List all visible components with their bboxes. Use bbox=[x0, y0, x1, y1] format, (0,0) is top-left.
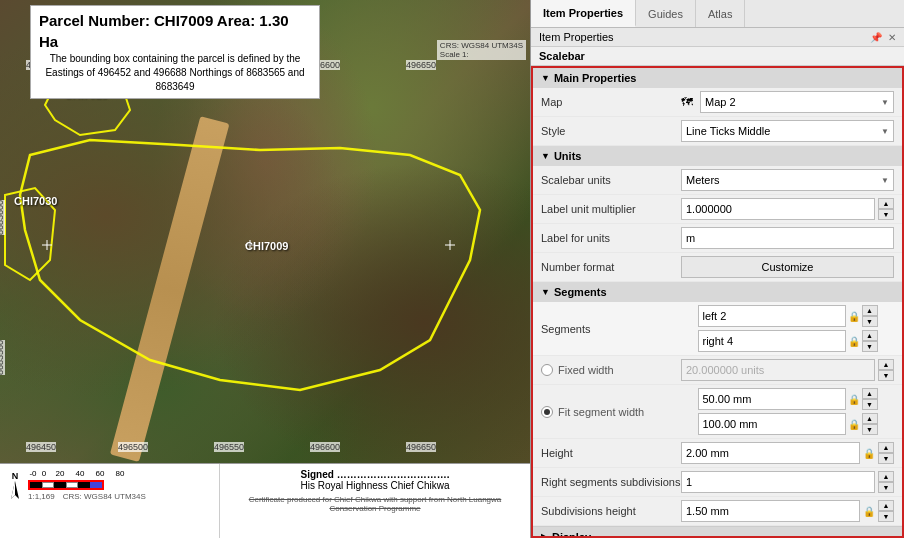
scalebar-units-label: Scalebar units bbox=[541, 174, 681, 186]
coord-bottom-2: 496500 bbox=[118, 442, 148, 452]
right-segments-input[interactable] bbox=[681, 471, 875, 493]
fixed-width-input[interactable] bbox=[681, 359, 875, 381]
right-segments-spin: ▲ ▼ bbox=[878, 471, 894, 493]
subdivisions-height-control: 🔒 ▲ ▼ bbox=[681, 500, 894, 522]
prop-map: Map 🗺 Map 2 ▼ bbox=[533, 88, 902, 117]
fit-down1[interactable]: ▼ bbox=[862, 399, 878, 410]
panel-close-icon[interactable]: ✕ bbox=[888, 32, 896, 43]
segments-left-row: 🔒 ▲ ▼ bbox=[698, 305, 878, 327]
prop-height: Height 🔒 ▲ ▼ bbox=[533, 439, 902, 468]
height-down[interactable]: ▼ bbox=[878, 453, 894, 464]
scalebar-units-dropdown[interactable]: Meters ▼ bbox=[681, 169, 894, 191]
coord-bottom-3: 496550 bbox=[214, 442, 244, 452]
section-main-label: Main Properties bbox=[554, 72, 637, 84]
fit-segment-left: Fit segment width bbox=[541, 406, 681, 418]
right-segments-control: ▲ ▼ bbox=[681, 471, 894, 493]
chi7009-label: CHI7009 bbox=[245, 240, 288, 252]
style-control: Line Ticks Middle ▼ bbox=[681, 120, 894, 142]
segments-left-up[interactable]: ▲ bbox=[862, 305, 878, 316]
fit-down2[interactable]: ▼ bbox=[862, 424, 878, 435]
segments-right-down[interactable]: ▼ bbox=[862, 341, 878, 352]
prop-label-units: Label for units bbox=[533, 224, 902, 253]
number-format-control: Customize bbox=[681, 256, 894, 278]
panel-pin-icon[interactable]: 📌 bbox=[870, 32, 882, 43]
right-segments-label: Right segments subdivisions bbox=[541, 476, 681, 488]
fit-segment-input2[interactable] bbox=[698, 413, 846, 435]
prop-number-format: Number format Customize bbox=[533, 253, 902, 282]
label-multiplier-up[interactable]: ▲ bbox=[878, 198, 894, 209]
number-format-label: Number format bbox=[541, 261, 681, 273]
height-lock: 🔒 bbox=[863, 448, 875, 459]
scalebar-section-label: Scalebar bbox=[531, 47, 904, 66]
prop-label-multiplier: Label unit multiplier ▲ ▼ bbox=[533, 195, 902, 224]
segments-control: 🔒 ▲ ▼ 🔒 ▲ ▼ bbox=[681, 305, 894, 352]
height-input[interactable] bbox=[681, 442, 860, 464]
section-main-properties[interactable]: ▼ Main Properties bbox=[533, 68, 902, 88]
fit-segment-input1[interactable] bbox=[698, 388, 846, 410]
section-display[interactable]: ▶ Display bbox=[533, 526, 902, 538]
prop-right-segments: Right segments subdivisions ▲ ▼ bbox=[533, 468, 902, 497]
fixed-width-control: ▲ ▼ bbox=[681, 359, 894, 381]
segments-right-input[interactable] bbox=[698, 330, 846, 352]
segments-left-down[interactable]: ▼ bbox=[862, 316, 878, 327]
scalebar-units-arrow: ▼ bbox=[881, 176, 889, 185]
parcel-title: Parcel Number: CHI7009 Area: 1.30 Ha bbox=[39, 10, 311, 52]
crs-top: CRS: WGS84 UTM34S Scale 1: bbox=[437, 40, 526, 60]
coord-left-2: 8683600 bbox=[0, 200, 5, 235]
map-info-box: Parcel Number: CHI7009 Area: 1.30 Ha The… bbox=[30, 5, 320, 99]
map-panel: 496450 496500 496550 496600 496650 49645… bbox=[0, 0, 530, 538]
style-dropdown-arrow: ▼ bbox=[881, 127, 889, 136]
scalebar-bar bbox=[28, 480, 104, 490]
right-panel: Item Properties Guides Atlas Item Proper… bbox=[530, 0, 904, 538]
segments-right-up[interactable]: ▲ bbox=[862, 330, 878, 341]
segments-right-lock: 🔒 bbox=[848, 336, 860, 347]
fixed-width-radio[interactable] bbox=[541, 364, 553, 376]
right-segments-up[interactable]: ▲ bbox=[878, 471, 894, 482]
label-multiplier-input[interactable] bbox=[681, 198, 875, 220]
fixed-width-down[interactable]: ▼ bbox=[878, 370, 894, 381]
bottom-strip: N -0 0 20 40 60 80 bbox=[0, 463, 530, 538]
height-up[interactable]: ▲ bbox=[878, 442, 894, 453]
tab-item-properties[interactable]: Item Properties bbox=[531, 0, 636, 27]
north-arrow: N bbox=[8, 471, 22, 501]
fit-up2[interactable]: ▲ bbox=[862, 413, 878, 424]
fit-up1[interactable]: ▲ bbox=[862, 388, 878, 399]
segments-left-lock: 🔒 bbox=[848, 311, 860, 322]
map-dropdown-arrow: ▼ bbox=[881, 98, 889, 107]
coord-top-5: 496650 bbox=[406, 60, 436, 70]
label-multiplier-down[interactable]: ▼ bbox=[878, 209, 894, 220]
signed-name: His Royal Highness Chief Chikwa bbox=[230, 480, 520, 491]
fixed-width-label: Fixed width bbox=[558, 364, 614, 376]
segments-left-spin: ▲ ▼ bbox=[862, 305, 878, 327]
section-units-label: Units bbox=[554, 150, 582, 162]
subdivisions-height-down[interactable]: ▼ bbox=[878, 511, 894, 522]
customize-button[interactable]: Customize bbox=[681, 256, 894, 278]
prop-subdivisions-height: Subdivisions height 🔒 ▲ ▼ bbox=[533, 497, 902, 526]
prop-fit-segment: Fit segment width 🔒 ▲ ▼ 🔒 ▲ ▼ bbox=[533, 385, 902, 439]
subdivisions-height-up[interactable]: ▲ bbox=[878, 500, 894, 511]
properties-content[interactable]: ▼ Main Properties Map 🗺 Map 2 ▼ Style Li… bbox=[531, 66, 904, 538]
scale-crs-info: 1:1,169 CRS: WGS84 UTM34S bbox=[28, 492, 146, 501]
map-dropdown[interactable]: Map 2 ▼ bbox=[700, 91, 894, 113]
section-units[interactable]: ▼ Units bbox=[533, 146, 902, 166]
subdivisions-height-input[interactable] bbox=[681, 500, 860, 522]
section-segments[interactable]: ▼ Segments bbox=[533, 282, 902, 302]
tab-atlas[interactable]: Atlas bbox=[696, 0, 745, 27]
fit-segment-lock2: 🔒 bbox=[848, 419, 860, 430]
signed-title: Signed ……………………………. bbox=[230, 469, 520, 480]
map-label: Map bbox=[541, 96, 681, 108]
scale-numbers: -0 0 20 40 60 80 bbox=[28, 469, 146, 478]
map-canvas: 496450 496500 496550 496600 496650 49645… bbox=[0, 0, 530, 538]
fit-segment-spin1: ▲ ▼ bbox=[862, 388, 878, 410]
segments-right-spin: ▲ ▼ bbox=[862, 330, 878, 352]
fit-segment-row1: 🔒 ▲ ▼ bbox=[698, 388, 878, 410]
style-dropdown[interactable]: Line Ticks Middle ▼ bbox=[681, 120, 894, 142]
right-segments-down[interactable]: ▼ bbox=[878, 482, 894, 493]
fit-segment-row2: 🔒 ▲ ▼ bbox=[698, 413, 878, 435]
label-units-input[interactable] bbox=[681, 227, 894, 249]
fixed-width-up[interactable]: ▲ bbox=[878, 359, 894, 370]
tab-guides[interactable]: Guides bbox=[636, 0, 696, 27]
segments-left-input[interactable] bbox=[698, 305, 846, 327]
fit-segment-radio[interactable] bbox=[541, 406, 553, 418]
section-arrow-display: ▶ bbox=[541, 532, 548, 538]
